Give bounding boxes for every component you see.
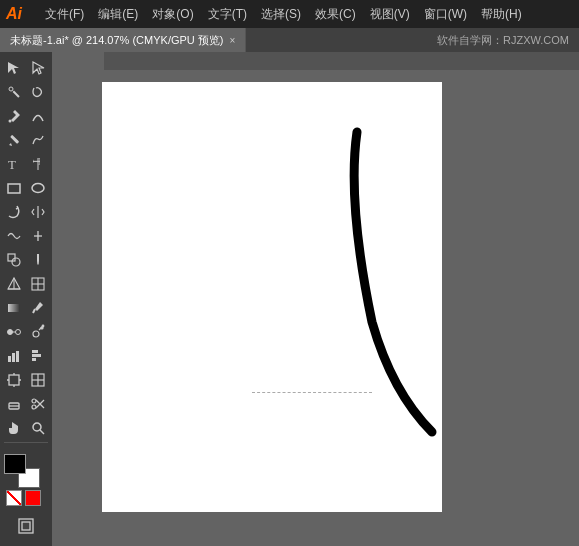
rectangle-tool[interactable] [2,176,26,200]
svg-rect-8 [8,184,20,193]
pen-tool[interactable] [2,104,26,128]
magic-wand-tool[interactable] [2,80,26,104]
guide-line [252,392,372,393]
smooth-tool[interactable] [26,128,50,152]
tool-row-perspective [0,272,52,296]
column-graph-tool[interactable] [2,344,26,368]
pencil-tool[interactable] [2,128,26,152]
stroke-color-swatch[interactable] [25,490,41,506]
symbol-sprayer-tool[interactable] [26,320,50,344]
swatch-row [6,490,41,506]
tool-row-shape [0,176,52,200]
tool-row-blend [0,320,52,344]
reflect-tool[interactable] [26,200,50,224]
lasso-tool[interactable] [26,80,50,104]
active-tab[interactable]: 未标题-1.ai* @ 214.07% (CMYK/GPU 预览) × [0,28,246,52]
svg-line-22 [33,309,35,313]
foreground-color-swatch[interactable] [4,454,26,474]
menu-effect[interactable]: 效果(C) [308,4,363,25]
tool-row-graph [0,344,52,368]
perspective-grid-tool[interactable] [2,272,26,296]
svg-rect-32 [32,350,38,353]
main-area: T T [0,52,579,546]
none-swatch[interactable] [6,490,22,506]
rotate-tool[interactable] [2,200,26,224]
warp-tool[interactable] [2,224,26,248]
tab-label: 未标题-1.ai* @ 214.07% (CMYK/GPU 预览) [10,33,224,48]
ruler-top [104,52,579,70]
svg-point-14 [12,258,20,266]
svg-rect-52 [22,522,30,530]
zoom-tool[interactable] [26,416,50,440]
tool-row-shape-builder [0,248,52,272]
change-screen-mode-button[interactable] [14,514,38,538]
svg-rect-3 [10,135,19,144]
svg-point-26 [33,331,39,337]
menu-file[interactable]: 文件(F) [38,4,91,25]
gradient-tool[interactable] [2,296,26,320]
text-tool[interactable]: T [2,152,26,176]
svg-text:T: T [31,158,43,165]
svg-text:T: T [8,157,16,172]
ellipse-tool[interactable] [26,176,50,200]
hand-tool[interactable] [2,416,26,440]
svg-rect-35 [9,375,19,385]
tool-row-gradient [0,296,52,320]
vertical-text-tool[interactable]: T [26,152,50,176]
menu-help[interactable]: 帮助(H) [474,4,529,25]
tool-row-text: T T [0,152,52,176]
tool-row-warp [0,224,52,248]
artboard [102,82,442,512]
menu-window[interactable]: 窗口(W) [417,4,474,25]
menu-object[interactable]: 对象(O) [145,4,200,25]
menu-edit[interactable]: 编辑(E) [91,4,145,25]
svg-marker-4 [9,143,12,146]
svg-point-24 [16,330,21,335]
eraser-tool[interactable] [2,392,26,416]
title-bar: Ai 文件(F) 编辑(E) 对象(O) 文字(T) 选择(S) 效果(C) 视… [0,0,579,28]
svg-rect-29 [8,356,11,362]
svg-rect-21 [8,304,20,312]
live-paint-tool[interactable] [26,248,50,272]
svg-point-49 [33,423,41,431]
slice-tool[interactable] [26,368,50,392]
tool-row-transform [0,200,52,224]
svg-rect-0 [13,91,20,98]
curvature-tool[interactable] [26,104,50,128]
selection-tool[interactable] [2,56,26,80]
svg-point-28 [42,325,44,327]
app-logo: Ai [6,5,30,23]
svg-rect-53 [104,52,579,70]
svg-line-50 [40,430,44,434]
svg-point-2 [9,120,12,123]
tool-row-eraser [0,392,52,416]
svg-point-9 [32,184,44,193]
menu-text[interactable]: 文字(T) [201,4,254,25]
tab-bar: 未标题-1.ai* @ 214.07% (CMYK/GPU 预览) × 软件自学… [0,28,579,52]
svg-rect-34 [32,358,36,361]
tab-sponsor: 软件自学网：RJZXW.COM [427,33,579,48]
svg-rect-33 [32,354,41,357]
direct-selection-tool[interactable] [26,56,50,80]
canvas-area[interactable] [52,52,579,546]
menu-bar: 文件(F) 编辑(E) 对象(O) 文字(T) 选择(S) 效果(C) 视图(V… [38,4,573,25]
shape-builder-tool[interactable] [2,248,26,272]
tool-row-hand [0,416,52,440]
color-area [0,450,52,510]
blend-tool[interactable] [2,320,26,344]
mesh-tool[interactable] [26,272,50,296]
tab-close-button[interactable]: × [230,35,236,46]
svg-rect-13 [8,254,15,261]
menu-view[interactable]: 视图(V) [363,4,417,25]
bar-graph-tool[interactable] [26,344,50,368]
menu-select[interactable]: 选择(S) [254,4,308,25]
tool-row-selection [0,56,52,80]
eyedropper-tool[interactable] [26,296,50,320]
tool-row-artboard [0,368,52,392]
svg-point-23 [8,330,13,335]
scissors-tool[interactable] [26,392,50,416]
width-tool[interactable] [26,224,50,248]
artboard-tool[interactable] [2,368,26,392]
fg-bg-swatches[interactable] [4,454,40,488]
tool-row-pen [0,104,52,128]
